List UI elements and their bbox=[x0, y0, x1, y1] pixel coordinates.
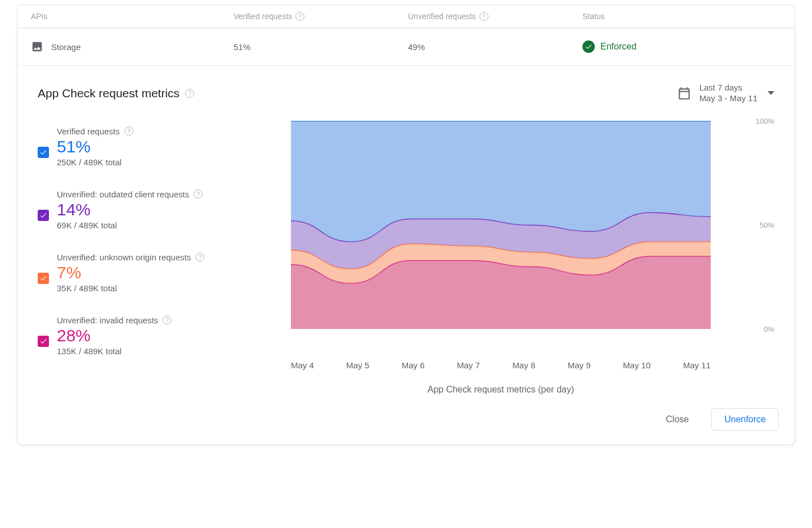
metric-outdated: Unverified: outdated client requests? 14… bbox=[38, 189, 280, 230]
x-tick: May 9 bbox=[568, 360, 591, 370]
help-icon[interactable]: ? bbox=[194, 189, 203, 198]
y-tick: 0% bbox=[764, 324, 774, 333]
metric-invalid: Unverified: invalid requests? 28% 135K /… bbox=[38, 315, 280, 356]
help-icon[interactable]: ? bbox=[479, 12, 488, 21]
col-header-status: Status bbox=[582, 12, 781, 21]
unenforce-button[interactable]: Unenforce bbox=[711, 408, 779, 431]
area-chart bbox=[291, 121, 711, 329]
date-label: Last 7 days bbox=[699, 83, 757, 93]
table-header: APIs Verified requests ? Unverified requ… bbox=[17, 4, 795, 28]
y-tick: 100% bbox=[756, 116, 774, 125]
date-range-picker[interactable]: Last 7 days May 3 - May 11 bbox=[677, 83, 774, 104]
x-tick: May 8 bbox=[512, 360, 535, 370]
col-header-verified: Verified requests ? bbox=[234, 12, 408, 21]
col-header-apis: APIs bbox=[31, 12, 234, 21]
metrics-legend: Verified requests? 51% 250K / 489K total… bbox=[38, 121, 280, 395]
x-axis: May 4May 5May 6May 7May 8May 9May 10May … bbox=[291, 360, 711, 370]
date-range: May 3 - May 11 bbox=[699, 93, 757, 104]
card-footer: Close Unenforce bbox=[17, 400, 795, 444]
close-button[interactable]: Close bbox=[659, 410, 696, 429]
metrics-chart: 100% 50% 0% May 4May 5May 6May 7May 8May… bbox=[291, 121, 774, 395]
x-tick: May 7 bbox=[457, 360, 480, 370]
metric-sub: 69K / 489K total bbox=[57, 220, 203, 230]
col-header-unverified: Unverified requests ? bbox=[408, 12, 582, 21]
metric-sub: 135K / 489K total bbox=[57, 346, 172, 356]
x-tick: May 11 bbox=[683, 360, 711, 370]
help-icon[interactable]: ? bbox=[195, 252, 204, 261]
status-badge: Enforced bbox=[582, 40, 781, 53]
help-icon[interactable]: ? bbox=[185, 89, 194, 98]
checkbox-unknown[interactable] bbox=[38, 273, 49, 284]
x-tick: May 6 bbox=[402, 360, 425, 370]
metric-sub: 35K / 489K total bbox=[57, 283, 204, 293]
api-row-storage[interactable]: Storage 51% 49% Enforced bbox=[17, 28, 795, 66]
help-icon[interactable]: ? bbox=[124, 127, 133, 136]
metric-pct: 7% bbox=[57, 263, 204, 282]
x-tick: May 4 bbox=[291, 360, 314, 370]
metric-pct: 51% bbox=[57, 137, 133, 156]
chart-caption: App Check request metrics (per day) bbox=[291, 385, 711, 395]
metric-pct: 14% bbox=[57, 200, 203, 219]
metric-pct: 28% bbox=[57, 326, 172, 345]
calendar-icon bbox=[677, 86, 692, 101]
metric-verified: Verified requests? 51% 250K / 489K total bbox=[38, 127, 280, 167]
chevron-down-icon bbox=[768, 91, 774, 95]
metric-unknown: Unverified: unknown origin requests? 7% … bbox=[38, 252, 280, 293]
check-circle-icon bbox=[582, 40, 595, 53]
metric-sub: 250K / 489K total bbox=[57, 157, 133, 167]
image-icon bbox=[31, 40, 43, 53]
x-tick: May 5 bbox=[346, 360, 369, 370]
unverified-pct-cell: 49% bbox=[408, 42, 582, 52]
verified-pct-cell: 51% bbox=[234, 42, 408, 52]
metrics-title: App Check request metrics ? bbox=[38, 87, 194, 100]
checkbox-outdated[interactable] bbox=[38, 210, 49, 221]
api-card: Storage 51% 49% Enforced App Check reque… bbox=[17, 28, 795, 445]
api-name: Storage bbox=[51, 42, 81, 52]
help-icon[interactable]: ? bbox=[295, 12, 304, 21]
checkbox-invalid[interactable] bbox=[38, 336, 49, 347]
checkbox-verified[interactable] bbox=[38, 147, 49, 158]
y-tick: 50% bbox=[760, 220, 774, 229]
x-tick: May 10 bbox=[623, 360, 651, 370]
help-icon[interactable]: ? bbox=[163, 315, 172, 324]
